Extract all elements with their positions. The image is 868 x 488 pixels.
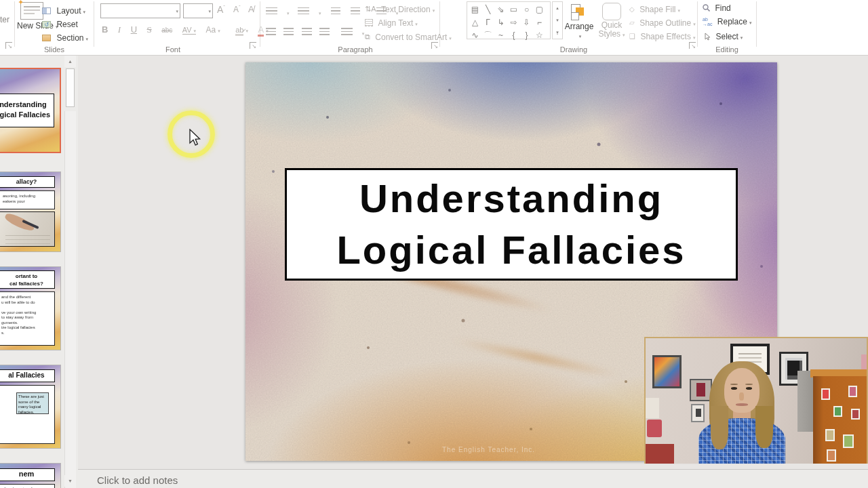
format-painter-partial-label[interactable]: ter [0,15,9,24]
arc-shape-icon[interactable]: ⌒ [481,30,494,41]
slide-thumbnail-4[interactable]: al Fallacies These are just some of the … [0,365,61,449]
notes-pane[interactable]: Click to add notes [78,469,868,488]
change-case-button[interactable]: Aa▾ [206,25,220,35]
character-spacing-icon: AV [182,26,192,34]
align-left-button[interactable] [266,28,276,35]
scrollbar-up-icon[interactable]: ▲ [64,56,76,67]
thumbnail-text-line: ve your own writing [1,310,53,316]
slide-thumbnail-2[interactable]: allacy? asoning, includingeakens your [0,171,61,252]
sparkle-icon: ✦ [18,0,24,7]
thumbnail-2-body: asoning, includingeakens your [0,190,55,209]
chevron-down-icon[interactable]: ▾ [208,9,211,14]
oval-shape-icon[interactable]: ○ [520,4,533,16]
wall-paper [646,398,659,418]
thumbnail-text-line: guments. [1,321,53,326]
gallery-up-icon[interactable]: ▴ [553,2,562,14]
layout-button[interactable]: Layout▾ [42,4,85,16]
elbow-connector-shape-icon[interactable]: Γ [481,17,494,28]
character-spacing-button[interactable]: AV▾ [182,26,196,35]
cursor-arrow-icon [704,33,711,41]
shape-outline-label: Shape Outline [639,18,691,28]
group-separator [14,1,15,47]
right-brace-shape-icon[interactable]: } [520,30,533,41]
font-name-combobox[interactable]: ▾ [100,3,180,18]
layout-label: Layout [56,6,81,16]
align-right-button[interactable] [302,28,312,35]
slide-thumbnail-1[interactable]: UnderstandingLogical Fallacies [0,68,61,153]
reset-button[interactable]: ↺ Reset [42,18,78,30]
strikethrough-abc-button[interactable]: abc [161,26,172,34]
drawing-group-label: Drawing [540,45,608,54]
select-button[interactable]: Select▾ [704,30,743,42]
align-center-button[interactable] [283,28,294,35]
arrange-button[interactable]: Arrange▾ [560,22,598,41]
text-box-shape-icon[interactable]: ▤ [469,4,481,16]
quick-styles-label-1: Quick [601,20,623,30]
paragraph-dialog-launcher-icon[interactable]: ↘ [431,42,438,49]
font-dialog-launcher-icon[interactable]: ↘ [250,42,256,49]
strikethrough-button[interactable]: S [146,24,151,35]
clear-formatting-button[interactable]: A̸ [248,4,254,14]
grow-font-button[interactable]: Aˆ [217,4,225,15]
triangle-shape-icon[interactable]: △ [469,17,481,28]
find-button[interactable]: Find [703,1,731,14]
thumbnail-5-body: r the character of [0,484,55,488]
decrease-indent-button[interactable] [331,7,340,15]
snip-corner-shape-icon[interactable]: ⌐ [533,17,546,28]
quick-styles-button[interactable]: Quick Styles▾ [594,21,629,39]
rectangle-shape-icon[interactable]: ▭ [507,4,520,16]
left-brace-shape-icon[interactable]: { [507,30,520,41]
convert-smartart-button[interactable]: ⧉ Convert to SmartArt▾ [365,30,452,43]
shape-fill-button[interactable]: ◇ Shape Fill▾ [629,3,680,15]
find-label: Find [715,3,730,13]
slide-thumbnail-3[interactable]: ortant tocal fallacies? and the differen… [0,266,61,350]
shrink-font-button[interactable]: Aˇ [233,4,241,14]
bullets-button[interactable] [266,7,277,15]
increase-indent-button[interactable] [351,7,360,15]
shapes-gallery[interactable]: ▤╲⇘▭○▢△Γ↳⇨⇩⌐∿⌒~{}☆ [467,1,551,39]
line-shape-icon[interactable]: ╲ [481,4,494,16]
thumbnail-scrollbar-track[interactable] [64,111,76,488]
scribble-shape-icon[interactable]: ∿ [469,30,481,41]
section-button[interactable]: Section▾ [42,31,88,43]
text-direction-button[interactable]: ⇅A Text Direction▾ [365,3,435,15]
replace-button[interactable]: ab→ac Replace▾ [703,15,751,27]
wall-decor [647,420,662,437]
justify-button[interactable] [319,28,330,35]
thumbnail-text-line: asoning, including [3,194,53,199]
chevron-down-icon[interactable]: ▾ [176,9,178,14]
columns-button[interactable] [341,28,353,35]
clipboard-dialog-launcher-icon[interactable]: ↘ [5,42,12,49]
down-arrow-shape-icon[interactable]: ⇩ [520,17,533,28]
elbow-arrow-shape-icon[interactable]: ↳ [494,17,507,28]
underline-button[interactable]: U [131,24,137,35]
align-text-button[interactable]: Align Text▾ [365,16,418,28]
shape-outline-button[interactable]: ▱ Shape Outline▾ [629,16,696,28]
notes-placeholder[interactable]: Click to add notes [97,474,178,486]
arrow-shape-icon[interactable]: ⇘ [494,4,507,16]
italic-button[interactable]: I [118,24,121,35]
rounded-rectangle-shape-icon[interactable]: ▢ [533,4,546,16]
picture-frame [690,379,712,401]
numbering-button[interactable] [298,7,309,15]
thumbnail-4-callout: These are just some of the many logical … [16,392,49,414]
shape-effects-button[interactable]: ❑ Shape Effects▾ [629,30,695,42]
slide-title-box[interactable]: Understanding Logical Fallacies [285,168,738,281]
smartart-icon: ⧉ [365,33,370,41]
pinned-photo [833,406,842,417]
bold-button[interactable]: B [102,24,108,35]
font-size-combobox[interactable]: ▾ [183,3,213,18]
curve-shape-icon[interactable]: ~ [494,30,507,41]
scrollbar-down-icon[interactable]: ▼ [64,475,76,487]
star-shape-icon[interactable]: ☆ [533,30,546,41]
slide-thumbnail-5[interactable]: nem r the character of [0,463,61,488]
thumbnail-2-title: allacy? [0,176,55,188]
picture-frame [652,355,682,388]
right-arrow-shape-icon[interactable]: ⇨ [507,17,520,28]
thumbnail-text-line: s. [1,331,53,336]
person-eyebrow [730,384,738,385]
pinned-photo [825,429,835,441]
text-highlight-button[interactable]: ab̷▾ [235,26,248,34]
person-nose [739,392,744,401]
thumbnail-scrollbar-thumb[interactable] [66,68,75,107]
